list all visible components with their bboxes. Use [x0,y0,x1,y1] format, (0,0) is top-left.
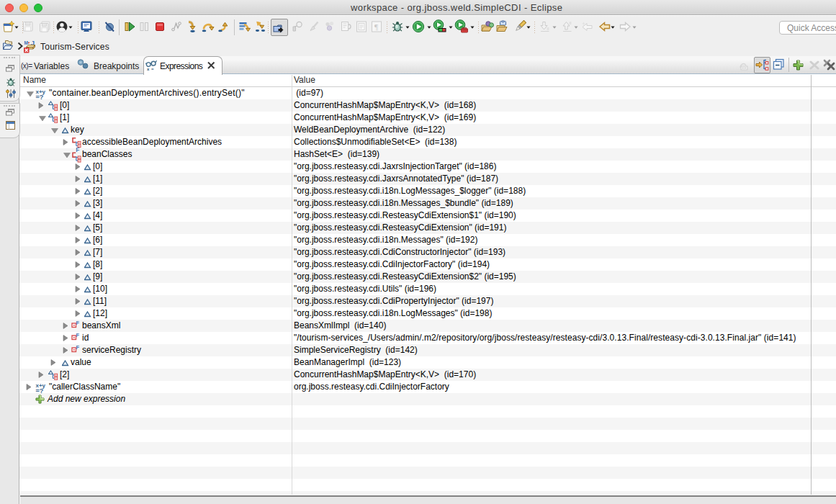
svg-text:=: = [151,67,154,71]
svg-text:=?: =? [36,94,44,100]
svg-text:F: F [76,146,79,153]
svg-text:=?: =? [36,387,44,394]
svg-text:F: F [76,332,80,338]
svg-text:F: F [76,320,80,326]
svg-text:x: x [147,67,150,71]
svg-text:¶: ¶ [374,22,378,31]
svg-text:M: M [24,40,28,45]
svg-text:F: F [76,344,80,351]
